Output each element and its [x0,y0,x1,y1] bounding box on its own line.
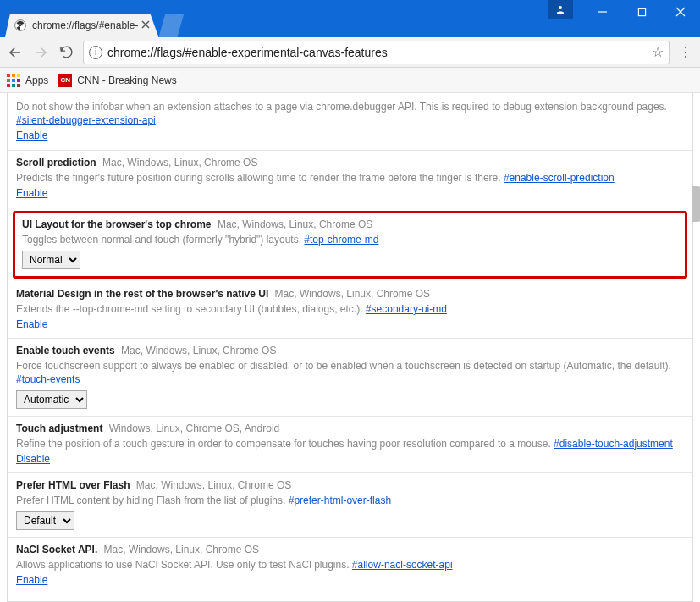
flag-item: Run all Flash content when Flash setting… [8,594,692,602]
flag-description: Force touchscreen support to always be e… [16,359,684,386]
bookmark-star-icon[interactable]: ☆ [652,44,664,60]
flag-hash-link[interactable]: #touch-events [16,373,80,385]
flag-select[interactable]: Automatic [16,390,87,409]
flag-title: Enable touch events [16,345,115,356]
tab-strip: chrome://flags/#enable- [0,0,184,37]
svg-point-4 [559,6,562,9]
flag-title: Touch adjustment [16,423,102,434]
svg-point-1 [19,25,22,27]
flag-title: NaCl Socket API. [16,544,97,555]
flag-title: Scroll prediction [16,157,96,168]
flag-description: Toggles between normal and touch (former… [22,233,678,246]
page-viewport: Do not show the infobar when an extensio… [0,93,700,602]
flag-hash-link[interactable]: #enable-scroll-prediction [504,172,615,184]
apps-label: Apps [25,75,48,86]
chrome-menu-button[interactable]: ⋮ [678,44,693,60]
browser-tab[interactable]: chrome://flags/#enable- [5,14,158,37]
flag-title: UI Layout for the browser's top chrome [22,218,212,230]
bookmark-cnn[interactable]: CN CNN - Breaking News [58,74,176,87]
radioactive-icon [14,19,27,32]
window-titlebar: chrome://flags/#enable- [0,0,700,37]
minimize-button[interactable] [583,0,622,24]
flag-title: Prefer HTML over Flash [16,479,130,491]
svg-rect-6 [638,8,645,15]
site-info-icon[interactable]: i [89,46,102,59]
tab-title: chrome://flags/#enable- [32,19,138,31]
flag-platforms: Mac, Windows, Linux, Chrome OS [275,288,430,300]
new-tab-button[interactable] [158,14,184,37]
flag-hash-link[interactable]: #top-chrome-md [304,234,378,246]
flag-description: Allows applications to use NaCl Socket A… [16,558,684,572]
flag-hash-link[interactable]: #silent-debugger-extension-api [16,114,156,126]
flag-description: Refine the position of a touch gesture i… [16,437,684,450]
flag-item: Touch adjustment Windows, Linux, Chrome … [8,417,692,474]
cnn-icon: CN [58,74,72,87]
flag-hash-link[interactable]: #allow-nacl-socket-api [352,559,453,571]
address-bar[interactable]: i chrome://flags/#enable-experimental-ca… [83,41,670,64]
flag-platforms: Mac, Windows, Linux, Chrome OS [218,218,372,230]
flag-hash-link[interactable]: #disable-touch-adjustment [554,438,673,450]
flag-description: Predicts the finger's future position du… [16,171,684,185]
flag-description: Extends the --top-chrome-md setting to s… [16,302,684,316]
flag-description: Do not show the infobar when an extensio… [16,100,684,127]
reload-button[interactable] [58,44,74,61]
flag-hash-link[interactable]: #secondary-ui-md [366,303,447,315]
flag-platforms: Mac, Windows, Linux, Chrome OS [136,479,291,491]
bookmark-cnn-label: CNN - Breaking News [77,75,176,86]
flag-item: Scroll prediction Mac, Windows, Linux, C… [8,151,692,208]
flag-item: Enable touch events Mac, Windows, Linux,… [8,339,692,417]
flag-title: Material Design in the rest of the brows… [16,288,268,300]
flag-item: Do not show the infobar when an extensio… [8,93,692,151]
bookmarks-bar: Apps CN CNN - Breaking News [0,68,700,93]
flag-action-link[interactable]: Enable [16,573,47,587]
window-controls [583,0,700,24]
flag-action-link[interactable]: Enable [16,318,47,331]
scrollbar-thumb[interactable] [692,186,700,222]
flag-select[interactable]: Normal [22,251,80,269]
url-text: chrome://flags/#enable-experimental-canv… [107,46,647,59]
back-button[interactable] [7,44,24,61]
forward-button[interactable] [32,44,49,61]
flag-item: NaCl Socket API. Mac, Windows, Linux, Ch… [8,538,692,595]
flag-item: Prefer HTML over Flash Mac, Windows, Lin… [8,473,692,537]
flag-action-link[interactable]: Enable [16,186,47,200]
flag-hash-link[interactable]: #prefer-html-over-flash [289,494,391,506]
flag-item: Material Design in the rest of the brows… [8,282,692,340]
browser-toolbar: i chrome://flags/#enable-experimental-ca… [0,37,700,68]
flag-platforms: Windows, Linux, Chrome OS, Android [109,423,279,434]
flags-list: Do not show the infobar when an extensio… [7,93,693,602]
profile-badge[interactable] [548,0,573,19]
flag-select[interactable]: Default [16,511,74,530]
flag-platforms: Mac, Windows, Linux, Chrome OS [102,157,257,168]
close-window-button[interactable] [661,0,700,24]
maximize-button[interactable] [622,0,661,24]
flag-description: Prefer HTML content by hiding Flash from… [16,494,684,507]
flag-action-link[interactable]: Enable [16,129,47,142]
close-tab-icon[interactable] [140,19,152,30]
flag-platforms: Mac, Windows, Linux, Chrome OS [121,345,276,356]
apps-shortcut[interactable]: Apps [7,74,48,87]
apps-icon [7,74,20,87]
flag-item-highlighted: UI Layout for the browser's top chrome M… [13,211,687,278]
flag-action-link[interactable]: Disable [16,452,50,466]
flag-platforms: Mac, Windows, Linux, Chrome OS [104,544,259,555]
